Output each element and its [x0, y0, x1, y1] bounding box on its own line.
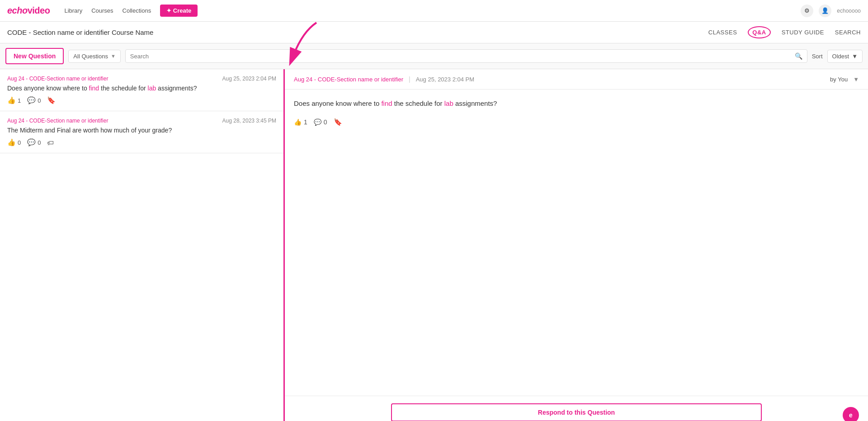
detail-chevron-icon[interactable]: ▼ — [853, 76, 859, 83]
search-container: 🔍 — [125, 49, 807, 63]
sort-dropdown[interactable]: Oldest ▼ — [827, 50, 863, 63]
detail-date: Aug 25, 2023 2:04 PM — [416, 76, 474, 83]
user-avatar[interactable]: e — [843, 407, 859, 421]
comment-count-2: 0 — [38, 139, 41, 146]
bookmark-icon-1[interactable]: 🔖 — [47, 96, 56, 104]
detail-divider: | — [409, 76, 410, 83]
logo-video: video — [28, 5, 50, 16]
question-item-2[interactable]: Aug 24 - CODE-Section name or identifier… — [0, 111, 283, 153]
filter-dropdown[interactable]: All Questions ▼ — [68, 50, 120, 63]
comment-icon-1: 💬 — [27, 96, 36, 104]
tab-classes[interactable]: CLASSES — [708, 29, 737, 36]
comment-count-1: 0 — [38, 97, 41, 104]
question-text-1: Does anyone know where to find the sched… — [7, 85, 276, 92]
tab-search[interactable]: SEARCH — [835, 29, 861, 36]
sort-value: Oldest — [832, 53, 849, 60]
question-text-2: The Midterm and Final are worth how much… — [7, 127, 276, 134]
like-action-2[interactable]: 👍 0 — [7, 138, 21, 147]
sort-label: Sort — [812, 53, 823, 60]
user-icon[interactable]: 👤 — [819, 5, 831, 17]
detail-comment-action[interactable]: 💬 0 — [314, 118, 327, 126]
toolbar: New Question All Questions ▼ 🔍 Sort Olde… — [0, 43, 868, 69]
search-icon: 🔍 — [795, 52, 802, 60]
right-panel: Aug 24 - CODE-Section name or identifier… — [285, 69, 868, 421]
nav-collections[interactable]: Collections — [123, 7, 151, 14]
tab-qanda[interactable]: Q&A — [748, 26, 770, 38]
search-input[interactable] — [130, 53, 795, 60]
detail-comment-count: 0 — [324, 118, 327, 126]
main-content: Aug 24 - CODE-Section name or identifier… — [0, 69, 868, 421]
detail-body: Does anyone know where to find the sched… — [285, 90, 868, 396]
thumbs-up-icon-2: 👍 — [7, 138, 16, 147]
detail-bookmark-icon[interactable]: 🔖 — [334, 118, 342, 126]
like-action-1[interactable]: 👍 1 — [7, 96, 21, 104]
question-actions-1: 👍 1 💬 0 🔖 — [7, 96, 276, 104]
tab-study-guide[interactable]: STUDY GUIDE — [782, 29, 824, 36]
left-panel: Aug 24 - CODE-Section name or identifier… — [0, 69, 285, 421]
like-count-2: 0 — [18, 139, 21, 146]
comment-icon-2: 💬 — [27, 138, 36, 147]
detail-section: Aug 24 - CODE-Section name or identifier — [294, 76, 403, 83]
question-actions-2: 👍 0 💬 0 🏷 — [7, 138, 276, 147]
detail-like-count: 1 — [304, 118, 307, 126]
filter-chevron-icon: ▼ — [111, 53, 116, 59]
page-title: CODE - Section name or identifier Course… — [7, 28, 153, 36]
detail-thumbs-up-icon: 👍 — [294, 118, 302, 126]
nav-courses[interactable]: Courses — [91, 7, 113, 14]
nav-library[interactable]: Library — [64, 7, 82, 14]
breadcrumb-bar: CODE - Section name or identifier Course… — [0, 22, 868, 43]
detail-like-action[interactable]: 👍 1 — [294, 118, 307, 126]
nav-right: ⚙ 👤 echooooo — [801, 5, 861, 17]
question-date-2: Aug 28, 2023 3:45 PM — [222, 118, 276, 124]
top-nav-tabs: CLASSES Q&A STUDY GUIDE SEARCH — [708, 26, 861, 38]
highlight-1a: find — [89, 85, 99, 92]
like-count-1: 1 — [18, 97, 21, 104]
question-date-1: Aug 25, 2023 2:04 PM — [222, 76, 276, 82]
top-nav: echovideo Library Courses Collections ✦ … — [0, 0, 868, 22]
question-section-1: Aug 24 - CODE-Section name or identifier — [7, 76, 108, 82]
thumbs-up-icon-1: 👍 — [7, 96, 16, 104]
question-item-1[interactable]: Aug 24 - CODE-Section name or identifier… — [0, 69, 283, 111]
detail-actions: 👍 1 💬 0 🔖 — [294, 118, 859, 126]
highlight-detail-b: lab — [444, 99, 453, 107]
logo-echo: echo — [7, 5, 28, 16]
respond-button[interactable]: Respond to this Question — [391, 403, 762, 421]
highlight-1b: lab — [148, 85, 156, 92]
create-button[interactable]: ✦ Create — [160, 5, 198, 17]
question-meta-1: Aug 24 - CODE-Section name or identifier… — [7, 76, 276, 82]
question-meta-2: Aug 24 - CODE-Section name or identifier… — [7, 118, 276, 124]
detail-by: by You — [830, 76, 848, 83]
nav-links: Library Courses Collections ✦ Create — [64, 5, 198, 17]
bookmark-icon-2[interactable]: 🏷 — [47, 139, 54, 147]
brand-label: echooooo — [837, 8, 861, 14]
detail-question-text: Does anyone know where to find the sched… — [294, 99, 859, 109]
detail-header: Aug 24 - CODE-Section name or identifier… — [285, 69, 868, 90]
comment-action-2[interactable]: 💬 0 — [27, 138, 41, 147]
new-question-button[interactable]: New Question — [5, 48, 64, 64]
detail-comment-icon: 💬 — [314, 118, 321, 126]
sort-chevron-icon: ▼ — [852, 53, 858, 60]
logo[interactable]: echovideo — [7, 5, 50, 16]
question-section-2: Aug 24 - CODE-Section name or identifier — [7, 118, 108, 124]
highlight-detail-a: find — [381, 99, 392, 107]
settings-icon[interactable]: ⚙ — [801, 5, 813, 17]
detail-footer: Respond to this Question e — [285, 396, 868, 421]
filter-label: All Questions — [73, 53, 108, 60]
comment-action-1[interactable]: 💬 0 — [27, 96, 41, 104]
